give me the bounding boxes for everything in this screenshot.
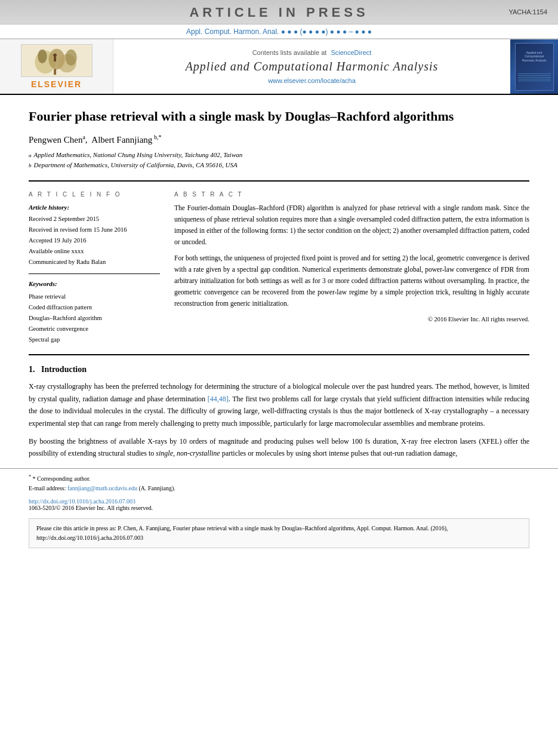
author-pengwen: Pengwen Chena, [29, 135, 90, 145]
intro-title: Introduction [41, 365, 87, 374]
email-suffix: (A. Fannjiang). [138, 485, 175, 491]
email-link[interactable]: fannjiang@math.ucdavis.edu [67, 485, 137, 491]
aff-b-sup: b [29, 161, 32, 170]
keywords-block: Keywords: Phase retrieval Coded diffract… [29, 273, 160, 345]
journal-cover-block: Applied and Computational Harmonic Analy… [510, 39, 558, 94]
citation-box: Please cite this article in press as: P.… [29, 518, 529, 548]
journal-title: Applied and Computational Harmonic Analy… [186, 60, 439, 73]
article-in-press-label: ARTICLE IN PRESS [0, 5, 558, 20]
cover-inner: Applied and Computational Harmonic Analy… [515, 43, 554, 91]
footnote-area: * * Corresponding author. E-mail address… [0, 468, 558, 496]
aff-b-text: Department of Mathematics, University of… [34, 160, 238, 171]
doi-area: http://dx.doi.org/10.1016/j.acha.2016.07… [0, 496, 558, 514]
available-date: Available online xxxx [29, 246, 160, 257]
svg-point-5 [38, 50, 47, 63]
contents-line: Contents lists available at ScienceDirec… [252, 49, 372, 56]
issn-text: 1063-5203/© 2016 Elsevier Inc. All right… [29, 505, 153, 511]
section-divider [29, 354, 529, 355]
abstract-col: A B S T R A C T The Fourier-domain Dougl… [174, 191, 529, 345]
abstract-p1: The Fourier-domain Douglas–Rachford (FDR… [174, 202, 529, 248]
abstract-p2: For both settings, the uniqueness of pro… [174, 253, 529, 309]
svg-rect-8 [54, 57, 56, 62]
science-direct-link[interactable]: ScienceDirect [331, 49, 371, 56]
communicated-by: Communicated by Radu Balan [29, 257, 160, 268]
abstract-label: A B S T R A C T [174, 191, 529, 198]
history-dates: Received 2 September 2015 Received in re… [29, 214, 160, 267]
keyword-4: Geometric convergence [29, 324, 160, 334]
svg-point-7 [53, 53, 57, 57]
elsevier-text: ELSEVIER [31, 79, 82, 89]
history-label: Article history: [29, 202, 160, 213]
main-content: Fourier phase retrieval with a single ma… [0, 95, 558, 355]
subtitle-bar: Appl. Comput. Harmon. Anal. ● ● ● (● ● ●… [0, 24, 558, 39]
subtitle-text: Appl. Comput. Harmon. Anal. ● ● ● (● ● ●… [186, 27, 372, 36]
keywords-label: Keywords: [29, 279, 160, 290]
journal-url[interactable]: www.elsevier.com/locate/acha [268, 77, 356, 84]
accepted-date: Accepted 19 July 2016 [29, 235, 160, 246]
cover-lines [518, 72, 551, 82]
cover-line-3 [518, 77, 551, 78]
article-info-content: Article history: Received 2 September 20… [29, 202, 160, 345]
cover-title: Applied and Computational Harmonic Analy… [518, 51, 551, 63]
cover-line-4 [518, 79, 551, 79]
footnote-star: * [29, 474, 31, 480]
two-col-block: A R T I C L E I N F O Article history: R… [29, 191, 529, 345]
email-label: E-mail address: [29, 485, 66, 491]
ref-44-48[interactable]: [44,48] [208, 395, 229, 403]
cover-line-2 [518, 75, 551, 76]
citation-text: Please cite this article in press as: P.… [36, 525, 448, 541]
introduction-section: 1. Introduction X-ray crystallography ha… [0, 365, 558, 459]
aff-a-sup: a [29, 151, 32, 160]
journal-center-block: Contents lists available at ScienceDirec… [113, 39, 510, 94]
svg-rect-4 [54, 69, 56, 75]
yacha-id: YACHA:1154 [508, 8, 547, 16]
main-divider [29, 180, 529, 182]
paper-title: Fourier phase retrieval with a single ma… [29, 108, 529, 125]
cover-line-5 [518, 81, 551, 81]
keyword-2: Coded diffraction pattern [29, 302, 160, 313]
aff-a-text: Applied Mathematics, National Chung Hsin… [34, 150, 243, 161]
authors-line: Pengwen Chena, Albert Fannjiang b,* [29, 134, 529, 145]
intro-paragraph-1: X-ray crystallography has been the prefe… [29, 380, 529, 429]
received-date: Received 2 September 2015 [29, 214, 160, 225]
italic-text: single, non-crystalline [156, 449, 220, 457]
affiliations-block: a Applied Mathematics, National Chung Hs… [29, 150, 529, 171]
article-info-label: A R T I C L E I N F O [29, 191, 160, 198]
intro-number: 1. [29, 365, 35, 374]
author-albert: Albert Fannjiang b,* [91, 135, 161, 145]
corresponding-note: * * Corresponding author. [29, 474, 529, 484]
keyword-3: Douglas–Rachford algorithm [29, 313, 160, 324]
intro-paragraph-2: By boosting the brightness of available … [29, 435, 529, 460]
elsevier-logo-block: ELSEVIER [0, 39, 113, 94]
article-info-col: A R T I C L E I N F O Article history: R… [29, 191, 160, 345]
top-banner: ARTICLE IN PRESS YACHA:1154 [0, 0, 558, 24]
keyword-1: Phase retrieval [29, 291, 160, 302]
keyword-5: Spectral gap [29, 334, 160, 345]
affiliation-b: b Department of Mathematics, University … [29, 160, 529, 171]
doi-link[interactable]: http://dx.doi.org/10.1016/j.acha.2016.07… [29, 498, 529, 505]
journal-header: ELSEVIER Contents lists available at Sci… [0, 39, 558, 95]
revised-date: Received in revised form 15 June 2016 [29, 225, 160, 235]
svg-point-6 [65, 50, 76, 66]
contents-prefix: Contents lists available at [252, 49, 327, 56]
intro-heading: 1. Introduction [29, 365, 529, 374]
abstract-content: The Fourier-domain Douglas–Rachford (FDR… [174, 202, 529, 324]
affiliation-a: a Applied Mathematics, National Chung Hs… [29, 150, 529, 161]
elsevier-logo-image [21, 44, 93, 77]
cover-line-1 [518, 73, 551, 74]
copyright-notice: © 2016 Elsevier Inc. All rights reserved… [174, 314, 529, 324]
email-footnote: E-mail address: fannjiang@math.ucdavis.e… [29, 484, 529, 493]
corresponding-label: * Corresponding author. [33, 475, 91, 482]
